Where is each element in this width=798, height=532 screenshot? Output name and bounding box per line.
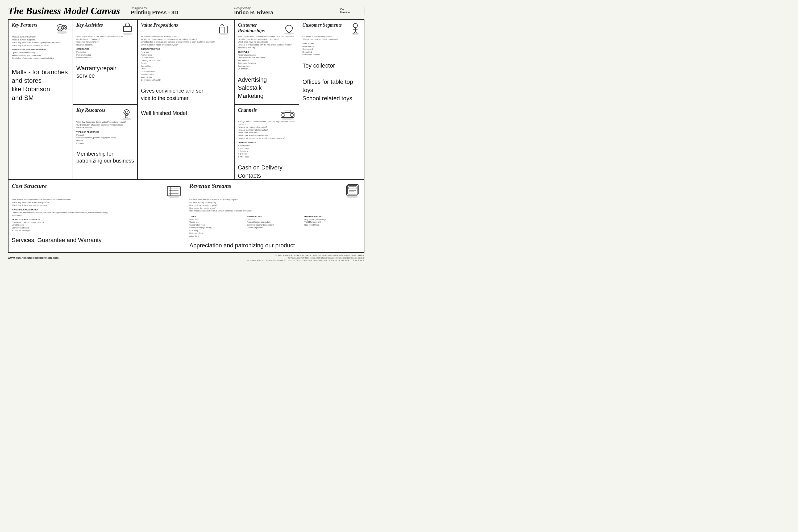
svg-point-22 — [122, 118, 131, 120]
svg-point-3 — [62, 25, 67, 30]
key-partners-title: Key Partners — [12, 22, 38, 28]
channels-title: Channels — [238, 108, 257, 113]
revenue-streams-icon — [343, 183, 361, 198]
svg-point-17 — [353, 23, 358, 28]
key-resources-title: Key Resources — [76, 108, 105, 113]
key-partners-icon — [55, 22, 70, 36]
bottom-section: Cost Structure What are the most importa… — [8, 180, 364, 252]
cost-subheading2: SAMPLE CHARACTERISTICS: — [12, 218, 183, 221]
cost-structure-cell: Cost Structure What are the most importa… — [8, 180, 186, 252]
cost-subheading1: IS YOUR BUSINESS MORE: — [12, 209, 183, 211]
svg-point-23 — [124, 110, 129, 115]
customer-relationships-questions: What type of relationship does each of o… — [238, 35, 296, 49]
svg-point-30 — [282, 118, 293, 120]
key-activities-title: Key Activities — [76, 22, 103, 28]
revenue-types-list: Asset saleUsage feeSubscription feesLend… — [189, 218, 246, 238]
customer-relationships-list: Personal assistanceDedicated Personal As… — [238, 54, 296, 71]
revenue-streams-cell: Revenue Streams For what value are our c… — [186, 180, 364, 252]
channels-questions: Through which Channels do our Customer S… — [238, 120, 296, 140]
page: The Business Model Canvas Designed for: … — [0, 0, 373, 268]
on-label: On: — [340, 8, 344, 11]
svg-point-28 — [125, 111, 128, 114]
key-resources-subheading: TYPES OF RESOURCES — [76, 131, 134, 133]
designed-by-block: Designed by: Inrico R. Rivera — [234, 6, 332, 16]
key-resources-list: PhysicalIntellectual (brand, patents, co… — [76, 134, 134, 145]
channels-main-text: Cash on DeliveryContacts — [238, 164, 296, 180]
svg-point-35 — [168, 196, 179, 198]
fixed-pricing-list: List PriceProduct feature dependentCusto… — [247, 218, 303, 229]
key-partners-cell: Key Partners Who are our Key Partners?Wh… — [8, 20, 73, 179]
revenue-streams-questions: For what value are our customers really … — [189, 198, 361, 212]
key-partners-questions: Who are our Key Partners?Who are our key… — [12, 36, 70, 47]
svg-point-4 — [63, 26, 65, 29]
key-resources-icon — [119, 108, 134, 121]
key-activities-main-text: Warranty/repairservice — [76, 65, 134, 80]
cost-structure-title: Cost Structure — [12, 183, 46, 189]
channels-list: 1. Awareness2. Evaluation3. Purchase4. D… — [238, 145, 296, 158]
svg-point-42 — [346, 196, 358, 198]
key-resources-cell: Key Resources What Key Resources do our … — [73, 105, 138, 179]
svg-rect-36 — [167, 187, 180, 196]
key-resources-main-text: Membership forpatronizing our business — [76, 150, 134, 164]
customer-relationships-icon — [283, 22, 296, 35]
value-propositions-main-text: Gives convinience and ser-vice to the co… — [141, 87, 231, 117]
revenue-streams-title: Revenue Streams — [189, 183, 231, 189]
fixed-pricing-subheading: FIXED PRICING — [247, 215, 303, 217]
svg-point-33 — [290, 113, 293, 116]
customer-relationships-subheading: EXAMPLES — [238, 51, 296, 53]
value-propositions-title: Value Propositions — [141, 22, 178, 28]
dynamic-pricing-list: Negotiation (bargaining)Yield Management… — [304, 218, 361, 227]
header: The Business Model Canvas Designed for: … — [8, 5, 364, 17]
key-activities-cell: Key Activities What Key Activities do ou… — [73, 20, 138, 105]
cost-structure-icon — [165, 183, 183, 198]
designed-by-value: Inrico R. Rivera — [234, 10, 273, 16]
customer-segments-cell: Customer Segments For whom are we creati… — [299, 20, 364, 179]
customer-segments-list: Mass MarketNiche MarketSegmentedDiversif… — [302, 42, 361, 56]
dynamic-pricing-subheading: DYNAMIC PRICING — [304, 215, 361, 217]
channels-icon — [280, 108, 296, 120]
customer-segments-main-text: Toy collectorOffices for table toptoysSc… — [302, 62, 361, 103]
revenue-types-subheading: TYPES — [189, 215, 246, 217]
value-propositions-subheading: CHARACTERISTICS — [141, 48, 231, 50]
value-propositions-questions: What value do we deliver to the customer… — [141, 35, 231, 46]
canvas-main-grid: Key Partners Who are our Key Partners?Wh… — [8, 20, 364, 180]
key-partners-list: Optimization and economyReduction of ris… — [12, 51, 70, 60]
value-propositions-list: NewnessPerformanceCustomization"Getting … — [141, 51, 231, 82]
cost-list1: Cost Driven (leanest cost structure, low… — [12, 211, 183, 217]
cost-structure-questions: What are the most important costs inhere… — [12, 198, 183, 207]
iteration-label: Iteration: — [340, 11, 350, 14]
customer-segments-title: Customer Segments — [302, 22, 342, 28]
canvas: Key Partners Who are our Key Partners?Wh… — [8, 19, 364, 253]
footer: www.businessmodelgeneration.com This wor… — [8, 253, 364, 263]
svg-rect-29 — [125, 116, 128, 118]
svg-point-16 — [352, 33, 359, 35]
on-block: On: Iteration: — [338, 7, 364, 15]
customer-relationships-main-text: AdvertisingSalestalkMarketing — [238, 76, 296, 100]
svg-rect-12 — [220, 27, 224, 33]
footer-url: www.businessmodelgeneration.com — [8, 256, 58, 259]
value-propositions-icon — [216, 22, 231, 35]
key-activities-subheading: CATEGORIES — [76, 48, 134, 50]
svg-point-1 — [57, 24, 63, 31]
svg-rect-45 — [349, 187, 356, 189]
key-activities-questions: What Key Activities do our Value Proposi… — [76, 35, 134, 46]
svg-point-2 — [58, 26, 62, 29]
customer-segments-questions: For whom are we creating value?Who are o… — [302, 35, 361, 41]
designed-for-block: Designed for: Printing Press - 3D — [131, 6, 229, 16]
key-resources-questions: What Key Resources do our Value Proposit… — [76, 121, 134, 129]
svg-rect-44 — [348, 185, 358, 194]
svg-point-32 — [282, 113, 285, 116]
designed-for-value: Printing Press - 3D — [131, 10, 178, 16]
cost-list2: Fixed Costs (salaries, rents, utilities)… — [12, 221, 183, 232]
key-partners-main-text: Malls - for branchesand storeslike Robin… — [12, 68, 70, 102]
customer-segments-icon — [350, 22, 361, 35]
customer-relationships-title: Customer Relationships — [238, 22, 283, 34]
designed-for-label: Designed for: — [131, 6, 148, 10]
svg-point-6 — [122, 33, 132, 35]
footer-rights: This work is licensed under the Creative… — [247, 254, 364, 262]
page-title: The Business Model Canvas — [8, 5, 120, 17]
customer-relationships-cell: Customer Relationships What type of rela… — [234, 20, 299, 105]
channels-subheading: CHANNEL PHASES — [238, 141, 296, 144]
revenue-streams-main-text: Appreciation and patronizing our product — [189, 242, 361, 249]
key-partners-subheading: MOTIVATIONS FOR PARTNERSHIPS — [12, 49, 70, 51]
